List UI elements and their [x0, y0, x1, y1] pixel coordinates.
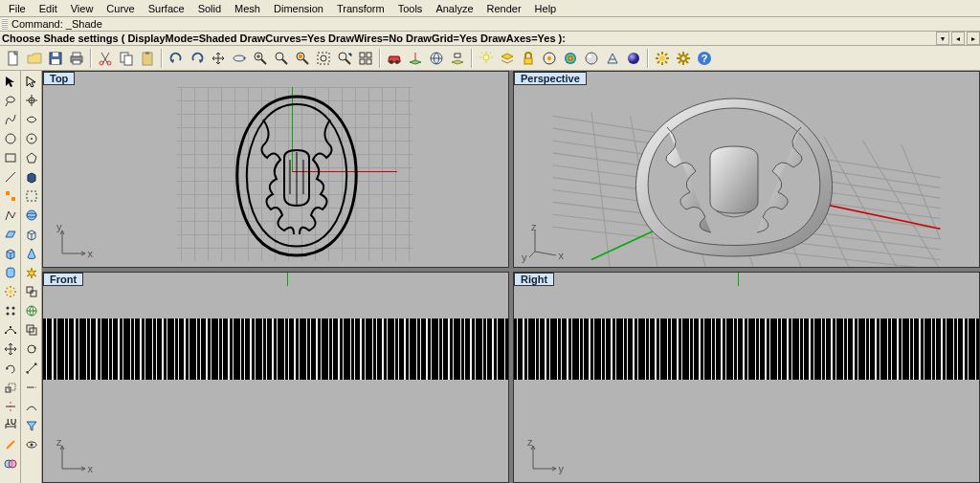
edge-icon[interactable] — [2, 436, 19, 453]
open-file-icon[interactable] — [25, 49, 44, 68]
menu-curve[interactable]: Curve — [100, 2, 141, 15]
new-file-icon[interactable] — [4, 49, 23, 68]
polyline-icon[interactable] — [2, 207, 19, 224]
viewport-layout-icon[interactable] — [356, 49, 375, 68]
scale2-icon[interactable] — [23, 360, 40, 377]
sphere-render-icon[interactable] — [624, 49, 643, 68]
circle-center-icon[interactable] — [23, 130, 40, 147]
bend-icon[interactable] — [23, 398, 40, 415]
viewport-top[interactable]: Top x y — [42, 71, 509, 268]
zoom-window-icon[interactable] — [314, 49, 333, 68]
select-arrow-icon[interactable] — [2, 73, 19, 90]
dimension-icon[interactable]: 10 — [2, 417, 19, 434]
command-options-button[interactable]: ▾ — [936, 32, 949, 45]
rotate-icon[interactable] — [2, 360, 19, 377]
globe-icon[interactable] — [23, 302, 40, 319]
edit-points-icon[interactable] — [2, 321, 19, 339]
menu-surface[interactable]: Surface — [142, 2, 191, 15]
toolbar-grip-icon[interactable] — [2, 18, 8, 31]
viewport-right[interactable]: Right y z — [513, 272, 980, 483]
rectangle-icon[interactable] — [2, 149, 19, 166]
menu-mesh[interactable]: Mesh — [228, 2, 267, 15]
copy2-icon[interactable] — [23, 321, 40, 339]
layers-icon[interactable] — [498, 49, 517, 68]
trim-icon[interactable] — [2, 398, 19, 415]
zoom-dynamic-icon[interactable] — [335, 49, 354, 68]
circle-icon[interactable] — [2, 130, 19, 147]
array-icon[interactable] — [2, 302, 19, 319]
menu-file[interactable]: File — [2, 2, 33, 15]
set-cplane-icon[interactable] — [406, 49, 425, 68]
print-icon[interactable] — [67, 49, 86, 68]
zoom-icon[interactable] — [251, 49, 270, 68]
tool-column-left: 10 — [0, 71, 21, 483]
sel-window-icon[interactable] — [23, 187, 40, 205]
solid2-icon[interactable] — [23, 168, 40, 186]
light-icon[interactable] — [477, 49, 496, 68]
menu-transform[interactable]: Transform — [330, 2, 391, 15]
menu-edit[interactable]: Edit — [33, 2, 64, 15]
box-icon[interactable] — [2, 245, 19, 262]
command-scroll-left-button[interactable]: ◂ — [951, 32, 965, 45]
box2-icon[interactable] — [23, 226, 40, 243]
menu-solid[interactable]: Solid — [191, 2, 228, 15]
freeform-curve-icon[interactable] — [2, 111, 19, 128]
cplane-named-icon[interactable] — [448, 49, 467, 68]
command-input[interactable] — [566, 33, 934, 44]
show-icon[interactable] — [23, 436, 40, 453]
menu-dimension[interactable]: Dimension — [267, 2, 330, 15]
materials-icon[interactable] — [561, 49, 580, 68]
zoom-selected-icon[interactable] — [293, 49, 312, 68]
polygon-icon[interactable] — [23, 149, 40, 166]
options-icon[interactable] — [653, 49, 672, 68]
menu-tools[interactable]: Tools — [391, 2, 430, 15]
command-scroll-right-button[interactable]: ▸ — [967, 32, 980, 45]
lock-icon[interactable] — [519, 49, 538, 68]
car-icon[interactable] — [385, 49, 404, 68]
cylinder-icon[interactable] — [2, 264, 19, 281]
pan-icon[interactable] — [209, 49, 228, 68]
cone-icon[interactable] — [23, 245, 40, 262]
boolean-icon[interactable] — [2, 455, 19, 472]
gear2-icon[interactable] — [674, 49, 693, 68]
burst-icon[interactable] — [23, 264, 40, 281]
cplane-world-icon[interactable] — [427, 49, 446, 68]
menu-render[interactable]: Render — [480, 2, 528, 15]
viewport-front[interactable]: Front x z — [42, 272, 509, 483]
perspective-icon[interactable] — [603, 49, 622, 68]
save-icon[interactable] — [46, 49, 65, 68]
sel-tools-icon[interactable] — [2, 187, 19, 205]
line-icon[interactable] — [2, 168, 19, 186]
filter-icon[interactable] — [23, 417, 40, 434]
viewport-title-perspective[interactable]: Perspective — [514, 72, 587, 85]
crosshair-icon[interactable] — [23, 92, 40, 109]
viewport-title-front[interactable]: Front — [43, 273, 83, 286]
menu-help[interactable]: Help — [528, 2, 564, 15]
extend-icon[interactable] — [23, 379, 40, 396]
viewport-title-right[interactable]: Right — [514, 273, 554, 286]
move-icon[interactable] — [2, 340, 19, 358]
viewport-perspective[interactable]: Perspective — [513, 71, 980, 268]
lasso-icon[interactable] — [2, 92, 19, 109]
curve2-icon[interactable] — [23, 111, 40, 128]
rotate2-icon[interactable] — [23, 340, 40, 358]
gear-tool-icon[interactable] — [2, 283, 19, 300]
object-properties-icon[interactable] — [540, 49, 559, 68]
sphere2-icon[interactable] — [23, 207, 40, 224]
plane-icon[interactable] — [2, 226, 19, 243]
zoom-extents-icon[interactable] — [272, 49, 291, 68]
paste-icon[interactable] — [138, 49, 157, 68]
viewport-title-top[interactable]: Top — [43, 72, 75, 85]
render-icon[interactable] — [582, 49, 601, 68]
menu-analyze[interactable]: Analyze — [429, 2, 479, 15]
undo-icon[interactable] — [167, 49, 186, 68]
copy-icon[interactable] — [117, 49, 136, 68]
scale-icon[interactable] — [2, 379, 19, 396]
group-icon[interactable] — [23, 283, 40, 300]
help-icon[interactable]: ? — [695, 49, 714, 68]
pointer2-icon[interactable] — [23, 73, 40, 90]
redo-icon[interactable] — [188, 49, 207, 68]
menu-view[interactable]: View — [64, 2, 100, 15]
rotate-view-icon[interactable] — [230, 49, 249, 68]
cut-icon[interactable] — [96, 49, 115, 68]
